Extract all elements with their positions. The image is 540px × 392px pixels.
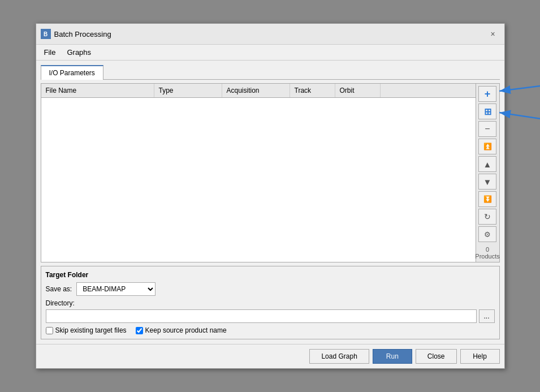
title-bar: B Batch Processing × xyxy=(36,24,504,45)
svg-line-2 xyxy=(499,85,541,91)
skip-existing-label[interactable]: Skip existing target files xyxy=(46,326,127,334)
side-buttons-panel: + ⊞ − ⏫ ▲ ▼ ⏬ ↻ ⚙ 0 Products xyxy=(476,84,499,262)
col-header-orbit: Orbit xyxy=(335,84,381,97)
menu-graphs[interactable]: Graphs xyxy=(61,46,97,59)
col-header-filename: File Name xyxy=(41,84,154,97)
target-folder-section: Target Folder Save as: BEAM-DIMAP GeoTIF… xyxy=(41,266,500,339)
move-down-button[interactable]: ▼ xyxy=(478,174,496,189)
batch-processing-window: B Batch Processing × File Graphs I/O Par… xyxy=(36,23,505,369)
tab-io-parameters[interactable]: I/O Parameters xyxy=(41,65,103,80)
run-button[interactable]: Run xyxy=(373,349,412,364)
col-header-type: Type xyxy=(154,84,222,97)
help-button[interactable]: Help xyxy=(460,349,500,364)
keep-source-checkbox[interactable] xyxy=(136,327,143,334)
save-as-row: Save as: BEAM-DIMAP GeoTIFF NetCDF xyxy=(46,282,495,296)
main-panel: File Name Type Acquisition Track Orbit +… xyxy=(41,83,500,262)
directory-label: Directory: xyxy=(46,299,495,307)
move-bottom-button[interactable]: ⏬ xyxy=(478,191,496,207)
move-up-button[interactable]: ▲ xyxy=(478,156,496,172)
keep-source-label[interactable]: Keep source product name xyxy=(136,326,227,334)
svg-line-4 xyxy=(499,113,541,119)
directory-input[interactable] xyxy=(46,309,477,323)
file-table: File Name Type Acquisition Track Orbit xyxy=(41,84,476,262)
menu-bar: File Graphs xyxy=(36,45,504,61)
title-bar-left: B Batch Processing xyxy=(41,29,111,39)
content-area: I/O Parameters File Name Type Acquisitio… xyxy=(36,61,504,344)
menu-file[interactable]: File xyxy=(38,46,62,59)
browse-button[interactable]: ... xyxy=(479,309,495,323)
settings-button[interactable]: ⚙ xyxy=(478,226,496,242)
load-graph-button[interactable]: Load Graph xyxy=(309,349,369,364)
skip-existing-checkbox[interactable] xyxy=(46,327,53,334)
add-folder-button[interactable]: ⊞ xyxy=(478,104,496,119)
move-top-button[interactable]: ⏫ xyxy=(478,139,496,154)
close-button[interactable]: Close xyxy=(416,349,457,364)
col-header-acquisition: Acquisition xyxy=(222,84,290,97)
tab-bar: I/O Parameters xyxy=(41,65,500,80)
col-header-track: Track xyxy=(290,84,335,97)
table-body xyxy=(41,98,476,262)
remove-button[interactable]: − xyxy=(478,121,496,137)
save-as-label: Save as: xyxy=(46,285,72,293)
target-folder-title: Target Folder xyxy=(46,271,495,279)
save-as-select[interactable]: BEAM-DIMAP GeoTIFF NetCDF xyxy=(76,282,155,296)
products-count: 0 Products xyxy=(475,246,499,260)
table-header: File Name Type Acquisition Track Orbit xyxy=(41,84,476,98)
window-title: Batch Processing xyxy=(54,30,111,38)
close-window-button[interactable]: × xyxy=(486,27,500,41)
add-file-button[interactable]: + xyxy=(478,86,496,102)
bottom-buttons: Load Graph Run Close Help xyxy=(36,344,504,368)
checkboxes-row: Skip existing target files Keep source p… xyxy=(46,326,495,334)
directory-row: ... xyxy=(46,309,495,323)
app-icon: B xyxy=(41,29,51,39)
refresh-button[interactable]: ↻ xyxy=(478,209,496,225)
